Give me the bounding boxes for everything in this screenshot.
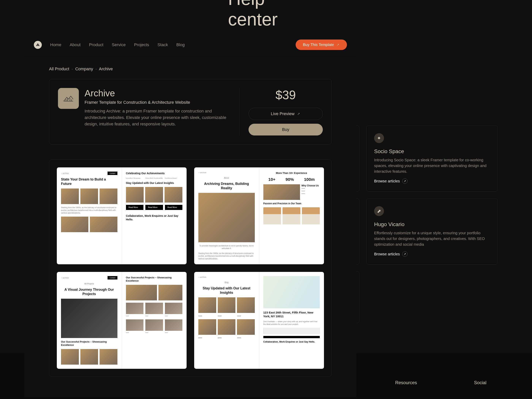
screenshot-3: ○ archiveContact All Projects A Visual J… <box>57 272 187 369</box>
nav-about[interactable]: About <box>70 42 81 47</box>
shot-heading: Our Successful Projects – Showcasing Exc… <box>126 276 183 283</box>
screenshot-1: ○ archiveContact State Your Dream to Bui… <box>57 167 187 264</box>
footer-link[interactable]: Resources <box>395 380 417 399</box>
help-title: Help center <box>228 0 304 30</box>
shot-text: Starting from the 1980s, as the intricac… <box>198 252 255 260</box>
screenshot-gallery: ○ archiveContact State Your Dream to Bui… <box>49 160 332 377</box>
nav-home[interactable]: Home <box>50 42 61 47</box>
shot-heading: Stay Updated with Our Latest Insights <box>198 286 255 295</box>
crumb-company[interactable]: Company <box>75 66 93 71</box>
card-desc: Effortlessly customize for a unique styl… <box>374 230 490 247</box>
buy-button[interactable]: Buy <box>248 124 323 135</box>
shot-heading: Collaboration, Work Enquires or Just Say… <box>263 341 320 343</box>
product-icon <box>58 88 79 109</box>
map-thumbnail <box>263 276 320 308</box>
address: 123 East 26th Street, Fifth Floor, New Y… <box>263 311 320 318</box>
shot-heading: Collaboration, Work Enquires or Just Say… <box>126 214 183 221</box>
shot-heading: More Than 10+ Experience <box>263 171 320 175</box>
shot-heading: Our Successful Projects – Showcasing Exc… <box>61 340 117 347</box>
shot-heading: State Your Dream to Build a Future <box>61 177 117 186</box>
product-title: Archive <box>85 88 232 98</box>
product-price: $39 <box>276 88 296 102</box>
card-desc: Introducing Socio Space: a sleek Framer … <box>374 157 490 174</box>
browse-link[interactable]: Browse articles↗ <box>374 178 490 184</box>
nav-service[interactable]: Service <box>112 42 126 47</box>
nav-projects[interactable]: Projects <box>134 42 149 47</box>
screenshot-4: ○ archive Blog Stay Updated with Our Lat… <box>194 272 324 369</box>
nav-product[interactable]: Product <box>89 42 103 47</box>
shot-heading: Stay Updated with Our Latest Insights <box>126 181 183 185</box>
buy-template-button[interactable]: Buy This Template→ <box>296 39 347 50</box>
crumb-all[interactable]: All Product <box>49 66 69 71</box>
shot-text: Starting from the 1980s, as the intricac… <box>61 206 117 214</box>
shot-heading: Celebrating Our Achievements <box>126 171 183 175</box>
breadcrumb: All Product - Company - Archive <box>24 57 356 79</box>
product-hero: Archive Framer Template for Construction… <box>49 79 332 144</box>
shot-heading: A Visual Journey Through Our Projects <box>61 287 117 296</box>
product-description: Introducing Archive: a premium Framer te… <box>85 108 232 127</box>
arrow-icon: → <box>335 42 341 48</box>
product-page: Home About Product Service Projects Stac… <box>24 32 356 397</box>
arrow-icon: → <box>295 111 302 117</box>
card-title: Socio Space <box>374 148 490 154</box>
logo[interactable] <box>34 41 42 49</box>
crumb-archive: Archive <box>99 66 113 71</box>
shot-heading: Passion and Precision in Our Team <box>263 202 320 205</box>
shot-heading: Archiving Dreams, Building Reality <box>198 182 255 190</box>
footer-link[interactable]: Social <box>474 380 486 399</box>
nav-stack[interactable]: Stack <box>158 42 168 47</box>
live-preview-button[interactable]: Live Preview→ <box>248 108 323 120</box>
nav-blog[interactable]: Blog <box>176 42 185 47</box>
avatar-icon: ✦ <box>374 133 384 143</box>
logo-icon <box>36 43 40 47</box>
screenshot-2: ○ archive About Archiving Dreams, Buildi… <box>194 167 324 264</box>
product-tagline: Framer Template for Construction & Archi… <box>85 100 232 105</box>
card-title: Hugo Vicario <box>374 221 490 228</box>
shot-text: To provide meaningful architecture is no… <box>198 245 255 250</box>
help-card[interactable]: ⬈ Hugo Vicario Effortlessly customize fo… <box>366 198 498 265</box>
browse-link[interactable]: Browse articles↗ <box>374 251 490 257</box>
avatar-icon: ⬈ <box>374 206 384 216</box>
top-nav: Home About Product Service Projects Stac… <box>24 32 356 57</box>
help-card[interactable]: ✦ Socio Space Introducing Socio Space: a… <box>366 125 498 191</box>
